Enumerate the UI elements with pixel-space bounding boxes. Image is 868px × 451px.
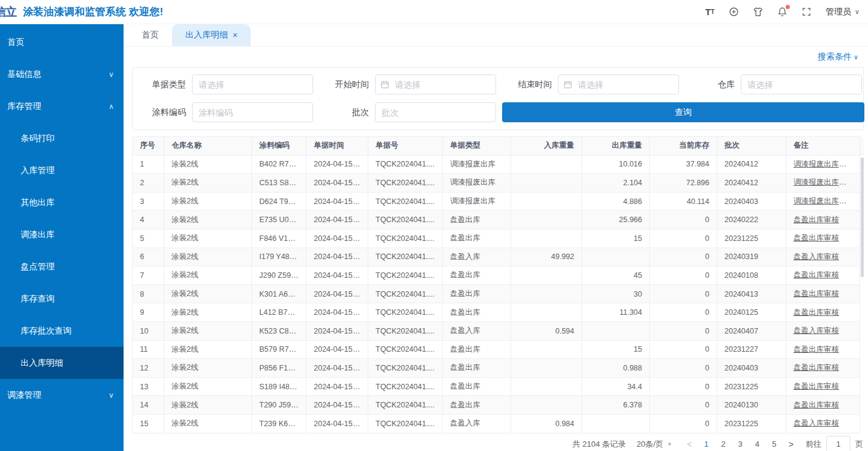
sidebar-item-8[interactable]: 库存查询 [0, 283, 124, 315]
cell-入库重量 [511, 174, 582, 193]
cell-备注[interactable]: 盘盈出库审核 [786, 266, 860, 285]
cell-仓库名称: 涂装2线 [164, 303, 252, 322]
sidebar-item-5[interactable]: 其他出库 [0, 186, 124, 219]
cell-备注[interactable]: 盘盈出库审核 [786, 229, 860, 248]
app-logo: 信立 [0, 4, 21, 20]
cell-序号: 9 [133, 303, 164, 322]
tab-0[interactable]: 首页 [128, 24, 172, 46]
cell-单据时间: 2024-04-15 14:... [306, 321, 368, 340]
search-field-label: 单据类型 [133, 79, 186, 90]
sidebar-item-9[interactable]: 库存批次查询 [0, 315, 124, 347]
table-row: 8涂装2线K301 A604-5KA2024-04-15 14:...TQCK2… [133, 285, 860, 303]
date-input[interactable] [558, 74, 679, 94]
search-field-仓库: 仓库 [681, 74, 864, 94]
search-field-label: 结束时间 [499, 79, 552, 90]
cell-备注[interactable]: 盘盈入库审核 [786, 414, 860, 433]
page-number-2[interactable]: 2 [715, 436, 732, 451]
sidebar-item-4[interactable]: 入库管理 [0, 154, 124, 186]
table-scrollbar-track [860, 136, 864, 433]
column-header-7: 出库重量 [582, 137, 650, 156]
sidebar-item-7[interactable]: 盘点管理 [0, 251, 124, 283]
cell-入库重量 [511, 285, 582, 303]
cell-仓库名称: 涂装2线 [164, 174, 252, 193]
cell-备注[interactable]: 盘盈出库审核 [786, 285, 860, 303]
cell-涂料编码: D624 T937-8DT [252, 192, 306, 211]
cell-单据号: TQCK2024041.... [368, 229, 443, 248]
sidebar-item-3[interactable]: 条码打印 [0, 122, 124, 154]
chevron-down-icon: ∨ [855, 8, 860, 16]
cell-备注[interactable]: 盘盈出库审核 [786, 377, 860, 396]
text-input[interactable] [192, 102, 313, 122]
column-header-9: 批次 [717, 137, 786, 156]
cell-备注[interactable]: 盘盈出库审核 [786, 396, 860, 415]
page-number-1[interactable]: 1 [698, 436, 715, 451]
sidebar-item-10[interactable]: 出入库明细 [0, 347, 124, 379]
page-number-5[interactable]: 5 [766, 436, 783, 451]
input-wrap [192, 102, 313, 122]
cell-备注[interactable]: 调漆报废出库审核 [786, 174, 860, 193]
cell-当前库存: 37.984 [650, 155, 717, 174]
theme-shirt-icon[interactable] [753, 7, 764, 18]
cell-单据类型: 盘盈出库 [443, 377, 511, 396]
select-input[interactable] [741, 74, 862, 94]
close-icon[interactable]: × [233, 31, 237, 39]
search-conditions-link[interactable]: 搜索条件 ∨ [818, 51, 858, 62]
tab-1[interactable]: 出入库明细× [172, 24, 251, 46]
tab-label: 首页 [142, 30, 159, 41]
cell-单据号: TQCK2024041.... [368, 192, 443, 211]
sidebar-item-label: 出入库明细 [21, 358, 63, 369]
sidebar-item-11[interactable]: 调漆管理∨ [0, 379, 124, 411]
search-field-结束时间: 结束时间 [499, 74, 681, 94]
fullscreen-icon[interactable] [801, 7, 812, 18]
page-number-3[interactable]: 3 [732, 436, 749, 451]
cell-备注[interactable]: 盘盈出库审核 [786, 303, 860, 322]
cell-单据时间: 2024-04-15 14:... [306, 211, 368, 229]
cell-备注[interactable]: 盘盈入库审核 [786, 321, 860, 340]
cell-单据类型: 盘盈入库 [443, 414, 511, 433]
sidebar-item-0[interactable]: 首页 [0, 26, 124, 58]
cell-备注[interactable]: 盘盈出库审核 [786, 211, 860, 229]
date-input[interactable] [375, 74, 496, 94]
cell-出库重量: 15 [582, 340, 650, 359]
cell-单据类型: 盘盈入库 [443, 321, 511, 340]
cell-备注[interactable]: 盘盈出库审核 [786, 340, 860, 359]
select-input[interactable] [192, 74, 313, 94]
cell-涂料编码: F846 V159-0FV [252, 229, 306, 248]
cell-备注[interactable]: 盘盈出库审核 [786, 359, 860, 378]
cell-当前库存: 0 [650, 340, 717, 359]
bell-icon[interactable] [777, 7, 788, 18]
sidebar-item-6[interactable]: 调漆出库 [0, 219, 124, 251]
text-input[interactable] [375, 102, 496, 122]
page-size-select[interactable]: 20条/页 ▼ [637, 439, 672, 450]
search-toggle-row: 搜索条件 ∨ [124, 47, 868, 67]
cell-单据号: TQCK2024041.... [368, 340, 443, 359]
page-size-label: 20条/页 [637, 439, 663, 450]
cell-当前库存: 0 [650, 248, 717, 266]
page-number-4[interactable]: 4 [749, 436, 766, 451]
table-scrollbar-thumb[interactable] [861, 157, 864, 277]
cell-序号: 11 [133, 340, 164, 359]
search-field-涂料编码: 涂料编码 [133, 102, 316, 122]
cell-入库重量 [511, 396, 582, 415]
sidebar-item-1[interactable]: 基础信息∨ [0, 58, 124, 90]
circle-plus-icon[interactable] [729, 7, 740, 18]
sidebar-item-label: 其他出库 [21, 197, 55, 208]
cell-备注[interactable]: 调漆报废出库审核 [786, 192, 860, 211]
cell-批次: 20240222 [717, 211, 786, 229]
query-button[interactable]: 查询 [502, 102, 864, 122]
goto-page-input[interactable] [826, 436, 850, 451]
cell-当前库存: 0 [650, 266, 717, 285]
table-row: 7涂装2线J290 Z593-4JZ2024-04-15 14:...TQCK2… [133, 266, 860, 285]
sidebar-item-2[interactable]: 库存管理∧ [0, 90, 124, 122]
calendar-icon [563, 80, 572, 89]
cell-批次: 20240125 [717, 303, 786, 322]
cell-出库重量 [582, 248, 650, 266]
cell-仓库名称: 涂装2线 [164, 266, 252, 285]
next-page-button[interactable]: > [783, 436, 800, 451]
user-menu[interactable]: 管理员 ∨ [826, 7, 860, 18]
cell-备注[interactable]: 盘盈入库审核 [786, 248, 860, 266]
font-size-icon[interactable]: TT [704, 7, 715, 18]
table-row: 4涂装2线E735 U048-9EU2024-04-15 14:...TQCK2… [133, 211, 860, 229]
prev-page-button[interactable]: < [681, 436, 698, 451]
cell-备注[interactable]: 调漆报废出库审核 [786, 155, 860, 174]
